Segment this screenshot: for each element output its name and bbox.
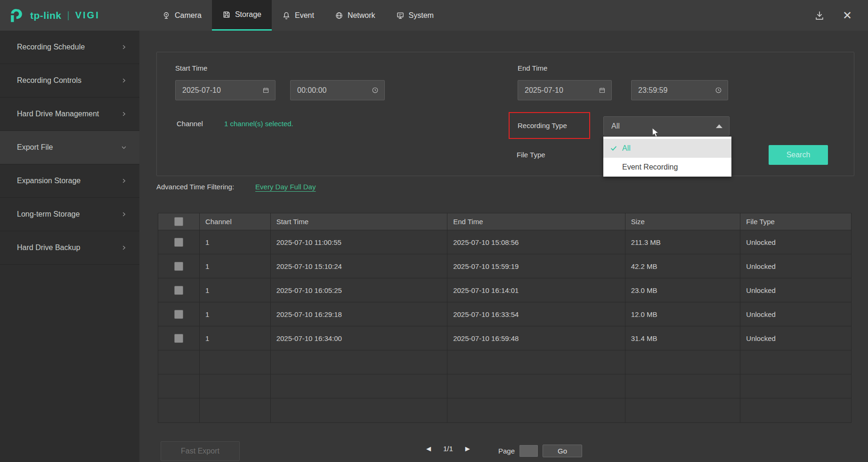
sidebar-item-hard-drive-backup[interactable]: Hard Drive Backup [0, 231, 139, 265]
file-type-label: File Type [517, 151, 545, 159]
cell-end-time: 2025-07-10 15:59:19 [447, 254, 625, 278]
bell-icon [282, 11, 291, 20]
cell-end-time: 2025-07-10 16:33:54 [447, 302, 625, 326]
check-icon [610, 145, 620, 152]
search-button[interactable]: Search [769, 145, 828, 165]
end-time-value: 23:59:59 [638, 86, 667, 95]
table-row: 1 2025-07-10 15:10:24 2025-07-10 15:59:1… [158, 254, 851, 278]
cell-end-time: 2025-07-10 16:59:48 [447, 326, 625, 350]
sidebar-item-label: Recording Schedule [17, 43, 85, 51]
brand-divider: | [67, 10, 70, 21]
page-input[interactable] [519, 445, 538, 457]
page-indicator: 1/1 [443, 445, 453, 453]
cell-channel: 1 [200, 326, 271, 350]
chevron-right-icon [121, 111, 127, 117]
close-icon[interactable]: ✕ [843, 10, 852, 21]
dropdown-option-label: All [622, 144, 631, 153]
table-row: 1 2025-07-10 16:29:18 2025-07-10 16:33:5… [158, 302, 851, 326]
recording-type-dropdown: All Event Recording [603, 137, 731, 177]
download-icon[interactable] [814, 10, 825, 21]
sidebar-item-label: Hard Drive Backup [17, 243, 80, 252]
main-nav: Camera Storage Event Network [152, 0, 444, 31]
cell-size: 211.3 MB [625, 230, 741, 254]
tab-camera-label: Camera [175, 11, 202, 20]
row-checkbox[interactable] [174, 262, 183, 271]
cell-file-type: Unlocked [740, 278, 851, 302]
go-button[interactable]: Go [543, 445, 582, 457]
calendar-icon [599, 87, 606, 94]
dropdown-option-event-recording[interactable]: Event Recording [603, 158, 731, 177]
cell-channel: 1 [200, 254, 271, 278]
select-all-checkbox[interactable] [174, 217, 183, 226]
cell-file-type: Unlocked [740, 254, 851, 278]
end-time-input[interactable]: 23:59:59 [631, 80, 728, 100]
tab-camera[interactable]: Camera [152, 0, 212, 31]
channel-label: Channel [177, 120, 203, 128]
clock-icon [372, 87, 379, 94]
chevron-right-icon [121, 178, 127, 184]
recording-type-annotation-box: Recording Type [509, 112, 590, 139]
sidebar-item-expansion-storage[interactable]: Expansion Storage [0, 164, 139, 198]
prev-page-icon[interactable]: ◀ [426, 446, 431, 452]
sidebar-item-recording-schedule[interactable]: Recording Schedule [0, 31, 139, 64]
cell-channel: 1 [200, 302, 271, 326]
header-file-type: File Type [740, 213, 851, 230]
cell-end-time: 2025-07-10 15:08:56 [447, 230, 625, 254]
cell-size: 42.2 MB [625, 254, 741, 278]
row-checkbox[interactable] [174, 286, 183, 295]
every-day-full-day-link[interactable]: Every Day Full Day [255, 183, 316, 191]
tab-system[interactable]: System [386, 0, 444, 31]
tplink-logo-icon [8, 7, 25, 24]
start-date-input[interactable]: 2025-07-10 [175, 80, 276, 100]
table-row-empty [158, 398, 851, 422]
sidebar-item-label: Expansion Storage [17, 177, 81, 185]
tab-network-label: Network [348, 11, 375, 20]
page-jump-control: Page Go [498, 445, 582, 457]
start-time-input[interactable]: 00:00:00 [290, 80, 385, 100]
sidebar-item-label: Recording Controls [17, 76, 81, 85]
sidebar-item-recording-controls[interactable]: Recording Controls [0, 64, 139, 97]
pagination: ◀ 1/1 ▶ [426, 445, 470, 453]
tab-system-label: System [409, 11, 434, 20]
sidebar-item-hard-drive-management[interactable]: Hard Drive Management [0, 97, 139, 131]
cell-channel: 1 [200, 278, 271, 302]
start-time-value: 00:00:00 [297, 86, 326, 95]
next-page-icon[interactable]: ▶ [465, 446, 470, 452]
sidebar-item-long-term-storage[interactable]: Long-term Storage [0, 198, 139, 231]
cell-file-type: Unlocked [740, 302, 851, 326]
end-date-input[interactable]: 2025-07-10 [518, 80, 612, 100]
table-row: 1 2025-07-10 16:34:00 2025-07-10 16:59:4… [158, 326, 851, 350]
cell-start-time: 2025-07-10 16:05:25 [271, 278, 447, 302]
channel-selected-link[interactable]: 1 channel(s) selected. [224, 120, 293, 128]
storage-icon [222, 10, 231, 19]
row-checkbox[interactable] [174, 334, 183, 343]
cell-size: 12.0 MB [625, 302, 741, 326]
table-header-row: Channel Start Time End Time Size File Ty… [158, 213, 851, 230]
header-size: Size [625, 213, 741, 230]
tab-network[interactable]: Network [324, 0, 386, 31]
vigi-storage-window: tp-link | VIGI Camera Storage [0, 0, 868, 462]
recording-type-select[interactable]: All [603, 116, 730, 136]
recording-type-value: All [611, 122, 620, 130]
brand-product: VIGI [75, 10, 100, 21]
cell-size: 23.0 MB [625, 278, 741, 302]
tab-storage[interactable]: Storage [212, 0, 272, 31]
fast-export-button[interactable]: Fast Export [161, 441, 240, 461]
header-start-time: Start Time [271, 213, 447, 230]
advanced-time-filtering-row: Advanced Time Filtering: Every Day Full … [156, 183, 316, 191]
dropdown-option-all[interactable]: All [603, 139, 731, 158]
end-time-label: End Time [518, 64, 547, 72]
start-time-label: Start Time [175, 64, 207, 72]
sidebar-item-label: Export File [17, 143, 53, 152]
sidebar-item-export-file[interactable]: Export File [0, 131, 139, 164]
end-date-value: 2025-07-10 [525, 86, 563, 95]
cell-size: 31.4 MB [625, 326, 741, 350]
cell-start-time: 2025-07-10 16:29:18 [271, 302, 447, 326]
brand-name: tp-link [30, 10, 62, 21]
row-checkbox[interactable] [174, 238, 183, 247]
page-label: Page [498, 447, 515, 455]
table-row-empty [158, 374, 851, 398]
start-date-value: 2025-07-10 [182, 86, 221, 95]
row-checkbox[interactable] [174, 310, 183, 319]
tab-event[interactable]: Event [272, 0, 324, 31]
